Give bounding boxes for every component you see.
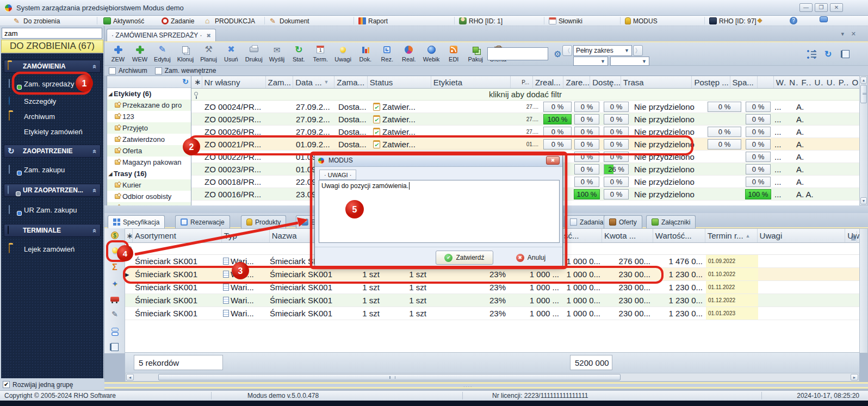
menu-item-do-zrobienia[interactable]: ✎Do zrobienia <box>14 16 60 26</box>
item-row-selected[interactable]: ▸Śmieciark SK001 Wari... Śmieciark SK001… <box>125 268 859 281</box>
tree-item[interactable]: Zatwierdzono <box>107 134 191 145</box>
tab-rezerwacje[interactable]: Rezerwacje <box>175 215 230 228</box>
confirm-button[interactable]: ✔ Zatwierdź <box>436 251 493 265</box>
toolbar-button-edi[interactable]: EDI <box>443 43 464 63</box>
filter-row[interactable]: kliknij aby dodać filtr <box>191 89 859 101</box>
cancel-button[interactable]: ✖ Anuluj <box>506 251 555 265</box>
toolbar-button-wew[interactable]: WEW <box>129 43 151 63</box>
column-header-doste[interactable]: Dostę... <box>590 76 621 88</box>
tree-item[interactable]: Oferta <box>107 145 191 157</box>
menu-item-rho-97[interactable]: RHO [ID: 97] <box>709 16 757 26</box>
notes-button[interactable] <box>109 245 120 255</box>
tab-specyfikacja[interactable]: Specyfikacja <box>108 215 165 228</box>
collapse-chevron-icon[interactable]: « <box>91 228 99 232</box>
item-row[interactable]: Śmieciark SK001 Wari... Śmieciark SK001 … <box>125 294 859 307</box>
toolbar-button-term[interactable]: 1Term. <box>309 43 331 63</box>
tab-close-icon[interactable]: ✖ <box>206 33 210 39</box>
notes-textarea[interactable]: Uwagi do pozycji zamówienia. <box>319 180 560 243</box>
tree-group-etykiety[interactable]: ◢Etykiety (6) <box>107 88 191 99</box>
range-prev-button[interactable]: 〈 <box>562 45 572 56</box>
checkbox-checked[interactable]: ✔ <box>3 381 10 388</box>
column-header-postep[interactable]: Postęp ... <box>692 76 730 88</box>
order-row-selected[interactable]: ▸ZO 00021/PR... 01.09.2...Dosta... Zatwi… <box>191 138 859 151</box>
sidebar-section-zaopatrzenie[interactable]: ↻ ZAOPATRZENIE« <box>4 145 101 158</box>
column-header-status[interactable]: Status <box>368 76 431 88</box>
menu-item-raport[interactable]: Raport <box>358 16 388 26</box>
item-row[interactable]: Śmieciark SK001 Wari... Śmieciark SK001 … <box>125 281 859 294</box>
toolbar-button-rez[interactable]: Rez. <box>376 43 398 63</box>
sidebar-search-input[interactable] <box>2 28 102 39</box>
scrollbar-thumb[interactable] <box>860 85 867 103</box>
tree-item[interactable]: Przyjęto <box>107 122 191 134</box>
column-header[interactable]: ść... <box>562 229 602 242</box>
tab-bar-close-icon[interactable]: ✕ <box>851 30 856 38</box>
refresh-icon[interactable]: ↻ <box>824 50 834 59</box>
toolbar-search-input[interactable] <box>487 47 548 60</box>
tree-item[interactable]: 123 <box>107 111 191 122</box>
toolbar-button-uwagi[interactable]: Uwagi <box>331 43 355 63</box>
scroll-left-icon[interactable]: ◄ <box>126 374 134 380</box>
sidebar-item-zam-zakupu[interactable]: Zam. zakupu <box>9 163 100 176</box>
toolbar-button-wyslij[interactable]: ✉Wyślij <box>266 43 288 63</box>
items-scrollbar[interactable] <box>859 228 868 353</box>
menu-item-aktywnosc[interactable]: Aktywność <box>103 16 144 26</box>
column-header-typ[interactable]: Typ <box>222 229 270 242</box>
toolbar-button-edytuj[interactable]: ✎Edytuj <box>151 43 174 63</box>
column-header-etykieta[interactable]: Etykieta <box>431 76 511 88</box>
column-header-termin[interactable]: Termin r...▲ <box>705 229 758 242</box>
layout-icon[interactable] <box>842 50 852 59</box>
column-header-flags[interactable]: W. N. F.. U. U. P.. O. <box>774 76 859 88</box>
expand-group-option[interactable]: ✔ Rozwijaj jedną grupę <box>0 379 104 390</box>
horizontal-scrollbar[interactable]: ◄ ► <box>125 373 859 382</box>
modal-tab-uwagi[interactable]: · UWAGI · <box>319 170 356 180</box>
column-header-spa[interactable]: Spa... <box>730 76 758 88</box>
modal-titlebar[interactable]: MODUS ✖ <box>315 154 562 167</box>
wewnetrzne-checkbox[interactable] <box>155 67 162 74</box>
sum-button[interactable]: Σ <box>109 262 120 273</box>
wizard-button[interactable]: ✦ <box>109 278 120 289</box>
chat-icon[interactable] <box>819 16 828 25</box>
column-header[interactable]: P... <box>511 76 533 88</box>
column-header-trasa[interactable]: Trasa <box>621 76 692 88</box>
tab-zamowienia-sprzedazy[interactable]: · ZAMÓWIENIA SPRZEDAŻY · ✖ <box>107 29 216 41</box>
sidebar-section-ur-zaopatrzenie[interactable]: UR ZAOPATRZEN...« <box>4 184 101 197</box>
collapse-chevron-icon[interactable]: « <box>91 149 99 153</box>
select-button[interactable] <box>109 341 120 352</box>
collapsed-splitter[interactable]: ∙∙∙∙ <box>104 382 868 389</box>
tree-item[interactable]: Przekazane do pro <box>107 99 191 111</box>
sidebar-item-archiwum[interactable]: Archiwum <box>9 110 100 123</box>
filter-select-2[interactable]: ▼ <box>610 57 649 66</box>
sidebar-item-szczegoly[interactable]: Szczegóły <box>9 95 100 108</box>
order-row[interactable]: ZO 00025/PR... 27.09.2...Dosta... Zatwie… <box>191 113 859 126</box>
menu-item-zadanie[interactable]: Zadanie <box>162 16 194 26</box>
scroll-right-icon[interactable]: ► <box>851 374 858 380</box>
column-header-zreal[interactable]: Zreal... <box>533 76 564 88</box>
menu-item-dokument[interactable]: ✎Dokument <box>270 16 309 26</box>
range-next-button[interactable]: 〉 <box>633 45 643 56</box>
column-header-wartosc[interactable]: Wartość... <box>653 229 705 242</box>
column-header[interactable]: Zama... <box>334 76 367 88</box>
toolbar-button-planuj[interactable]: ⚒Planuj <box>197 43 220 63</box>
column-header-asortyment[interactable]: Asortyment <box>133 229 222 242</box>
tree-item[interactable]: Magazyn pakowan <box>107 157 191 168</box>
sidebar-section-zamowienia[interactable]: ZAMÓWIENIA« <box>4 60 101 73</box>
field-chooser-icon[interactable] <box>807 50 817 59</box>
modal-close-button[interactable]: ✖ <box>546 156 560 165</box>
toolbar-button-stat[interactable]: ↻Stat. <box>288 43 309 63</box>
sidebar-item-ur-zam-zakupu[interactable]: UR Zam. zakupu <box>9 203 100 216</box>
toolbar-button-drukuj[interactable]: Drukuj <box>242 43 266 63</box>
menu-item-rho-1[interactable]: RHO [ID: 1] <box>459 16 503 26</box>
toolbar-button-zew[interactable]: ZEW <box>107 43 129 63</box>
column-header-nr-wlasny[interactable]: Nr własny <box>202 76 266 88</box>
column-header[interactable]: ∗ <box>191 76 202 88</box>
item-row[interactable]: Śmieciark SK001 Wari... Śmieciark SK001 … <box>125 307 859 320</box>
order-row[interactable]: ZO 00024/PR... 27.09.2...Dosta... Zatwie… <box>191 101 859 113</box>
refresh-icon[interactable]: ↻ <box>182 77 189 86</box>
gear-icon[interactable]: ⚙ <box>554 49 561 59</box>
tree-expander-icon[interactable]: ◢ <box>107 91 114 97</box>
column-header[interactable]: ∗ <box>125 229 133 242</box>
sidebar-item-etykiety[interactable]: Etykiety zamówień <box>9 125 100 138</box>
help-icon[interactable]: ? <box>789 16 798 25</box>
toolbar-button-klonuj[interactable]: Klonuj <box>174 43 197 63</box>
tab-zalaczniki[interactable]: Załączniki <box>646 215 696 228</box>
